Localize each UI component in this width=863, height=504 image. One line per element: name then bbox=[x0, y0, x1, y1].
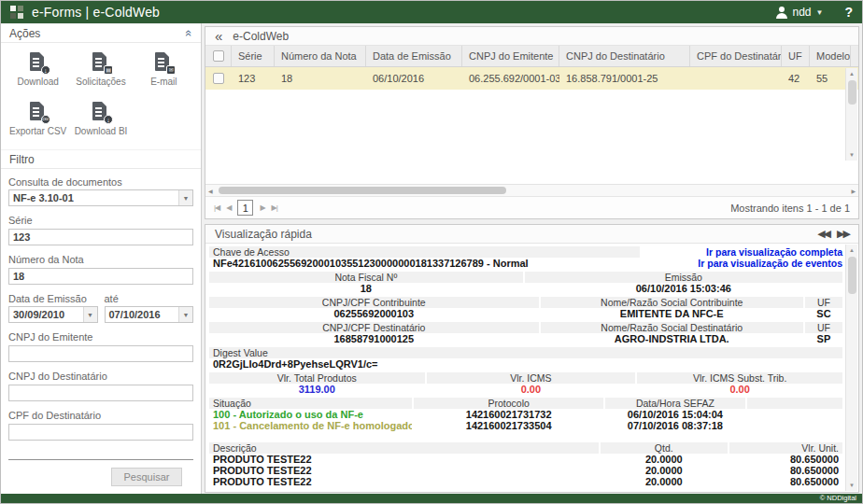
cnpj-contribuinte-label: CNPJ/CPF Contribuinte bbox=[209, 297, 539, 308]
link-visualizacao-completa[interactable]: Ir para visualização completa bbox=[642, 246, 842, 258]
previous-document-icon[interactable]: ◀◀ bbox=[817, 228, 829, 240]
export-csv-document-icon: csv bbox=[28, 102, 49, 122]
cnpj-emitente-input[interactable] bbox=[8, 345, 193, 362]
first-page-icon[interactable]: |◀ bbox=[214, 203, 219, 212]
email-document-icon: ✉ bbox=[153, 52, 174, 73]
vlr-icms-value: 0.00 bbox=[427, 384, 636, 396]
scroll-down-icon[interactable]: ▼ bbox=[849, 480, 855, 491]
uf-destinatario-label: UF bbox=[805, 322, 842, 333]
solicitacoes-button[interactable]: ▤ Solicitações bbox=[69, 52, 132, 87]
cnpj-destinatario-value: 16858791000125 bbox=[209, 333, 539, 345]
chevron-down-icon: ▼ bbox=[816, 8, 824, 17]
search-area: Pesquisar bbox=[8, 459, 193, 494]
previous-page-icon[interactable]: ◀ bbox=[226, 203, 231, 212]
cell-cnpj-destinatario: 16.858.791/0001-25 bbox=[559, 67, 690, 90]
actions-grid: ↓ Download ▤ Solicitações ✉ E-mail bbox=[1, 43, 201, 149]
column-header-numero[interactable]: Número da Nota bbox=[275, 46, 366, 66]
nome-destinatario-label: Nome/Razão Social Destinatário bbox=[541, 322, 803, 333]
next-page-icon[interactable]: ▶ bbox=[260, 203, 264, 212]
situacao-row: 101 - Cancelamento de NF-e homologado 14… bbox=[209, 420, 842, 431]
scroll-right-icon[interactable]: ▶ bbox=[851, 188, 856, 194]
vlr-unit-column-header: Vlr. Unit. bbox=[729, 442, 842, 454]
data-emissao-select[interactable]: 30/09/2010 ▼ bbox=[8, 306, 98, 323]
table-vertical-scrollbar[interactable]: ▲ ▼ bbox=[845, 68, 857, 161]
chevron-down-icon: ▼ bbox=[178, 307, 192, 322]
help-button[interactable]: ? bbox=[844, 5, 853, 20]
cnpj-destinatario-input[interactable] bbox=[8, 385, 193, 401]
row-checkbox[interactable] bbox=[213, 73, 224, 84]
collapse-actions-icon[interactable]: « bbox=[183, 30, 195, 36]
scroll-up-icon[interactable]: ▲ bbox=[849, 245, 855, 256]
email-button[interactable]: ✉ E-mail bbox=[133, 52, 195, 87]
column-header-modelo[interactable]: Modelo bbox=[810, 46, 851, 66]
numero-nota-input[interactable] bbox=[8, 268, 193, 285]
last-page-icon[interactable]: ▶| bbox=[272, 203, 277, 212]
status-value: 100 - Autorizado o uso da NF-e bbox=[209, 409, 412, 420]
download-bi-document-icon: ↓ bbox=[91, 102, 111, 122]
protocolo-label: Protocolo bbox=[414, 398, 603, 409]
product-row: PRODUTO TESTE22 20.0000 80.650000 bbox=[209, 454, 842, 465]
nome-contribuinte-value: EMITENTE DA NFC-E bbox=[541, 308, 803, 320]
scroll-left-icon[interactable]: ◀ bbox=[208, 188, 213, 194]
column-header-cnpj-destinatario[interactable]: CNPJ do Destinatário bbox=[559, 46, 690, 66]
document-query-label: Consulta de documentos bbox=[8, 176, 193, 188]
chevron-down-icon: ▼ bbox=[83, 307, 97, 322]
filter-header: Filtro bbox=[1, 149, 201, 169]
uf-destinatario-value: SP bbox=[805, 333, 842, 345]
results-panel-header: « e-ColdWeb bbox=[205, 27, 858, 46]
results-panel: « e-ColdWeb Série Número da Nota Data de… bbox=[205, 26, 859, 219]
sefaz-value: 06/10/2016 15:04:04 bbox=[605, 409, 744, 420]
cell-serie: 123 bbox=[232, 67, 275, 90]
serie-input[interactable] bbox=[8, 229, 193, 245]
export-csv-button[interactable]: csv Exportar CSV bbox=[7, 102, 69, 136]
chevron-down-icon: ▼ bbox=[178, 190, 192, 205]
emissao-label: Emissão bbox=[525, 272, 842, 283]
next-document-icon[interactable]: ▶▶ bbox=[837, 228, 849, 240]
table-row[interactable]: 123 18 06/10/2016 06.255.692/0001-03 16.… bbox=[205, 67, 858, 90]
scrollbar-thumb[interactable] bbox=[219, 187, 506, 194]
cpf-destinatario-input[interactable] bbox=[8, 424, 193, 441]
column-header-uf[interactable]: UF bbox=[782, 46, 810, 66]
chave-acesso-value: NFe4216100625569200010355123000000018133… bbox=[209, 258, 640, 270]
user-name: ndd bbox=[792, 6, 811, 19]
link-visualizacao-eventos[interactable]: Ir para visualização de eventos bbox=[642, 258, 842, 269]
collapse-panel-icon[interactable]: « bbox=[215, 29, 222, 43]
vlr-icms-st-label: Vlr. ICMS Subst. Trib. bbox=[637, 372, 842, 384]
table-horizontal-scrollbar[interactable]: ◀ ▶ bbox=[205, 184, 858, 196]
copyright-text: © NDDigital bbox=[820, 494, 856, 502]
quick-view-scrollbar[interactable]: ▲ ▼ bbox=[845, 245, 857, 491]
column-header-serie[interactable]: Série bbox=[232, 46, 275, 66]
scroll-up-icon[interactable]: ▲ bbox=[849, 68, 855, 79]
digest-value-label: Digest Value bbox=[209, 347, 842, 358]
qtd-column-header: Qtd. bbox=[601, 442, 728, 454]
select-all-checkbox[interactable] bbox=[213, 50, 224, 62]
current-page-button[interactable]: 1 bbox=[237, 200, 253, 216]
quick-view-panel: Visualização rápida ◀◀ ▶▶ Chave de Acess… bbox=[205, 224, 859, 493]
situacao-row: 100 - Autorizado o uso da NF-e 142160021… bbox=[209, 409, 842, 420]
column-header-data-emissao[interactable]: Data de Emissão bbox=[366, 46, 462, 66]
column-header-cpf-destinatario[interactable]: CPF do Destinatário bbox=[690, 46, 782, 66]
data-ate-select[interactable]: 07/10/2016 ▼ bbox=[105, 306, 194, 323]
top-bar: e-Forms | e-ColdWeb ndd ▼ ? bbox=[1, 1, 862, 23]
cell-numero: 18 bbox=[275, 67, 366, 90]
digest-value: 0R2GjLIo4Drd+8PyehseLQRV1/c= bbox=[209, 358, 842, 371]
user-icon bbox=[775, 7, 787, 19]
cnpj-destinatario-label: CNPJ/CPF Destinatário bbox=[209, 322, 539, 333]
download-button[interactable]: ↓ Download bbox=[7, 52, 69, 87]
uf-contribuinte-value: SC bbox=[805, 308, 842, 320]
scroll-down-icon[interactable]: ▼ bbox=[849, 149, 855, 161]
search-button[interactable]: Pesquisar bbox=[111, 468, 182, 486]
protocolo-value: 142160021731732 bbox=[414, 409, 603, 420]
nota-fiscal-value: 18 bbox=[209, 283, 523, 295]
user-menu[interactable]: ndd ▼ bbox=[775, 6, 823, 19]
data-emissao-label: Data de Emissão bbox=[8, 293, 98, 304]
column-header-cnpj-emitente[interactable]: CNPJ do Emitente bbox=[462, 46, 559, 66]
download-bi-button[interactable]: ↓ Download BI bbox=[69, 102, 132, 136]
main-area: « e-ColdWeb Série Número da Nota Data de… bbox=[202, 23, 862, 494]
cell-cpf-destinatario bbox=[690, 67, 782, 90]
select-all-cell bbox=[205, 46, 232, 66]
sidebar: Ações « ↓ Download ▤ Solicitações bbox=[1, 23, 202, 494]
scrollbar-thumb[interactable] bbox=[848, 257, 856, 294]
document-query-select[interactable]: NF-e 3.10-01 ▼ bbox=[8, 189, 193, 206]
scrollbar-thumb[interactable] bbox=[848, 80, 856, 105]
